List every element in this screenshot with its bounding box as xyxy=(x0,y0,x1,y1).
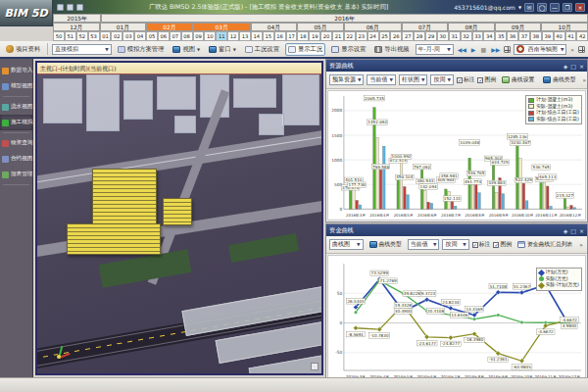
timeline-week[interactable]: 16 xyxy=(274,31,286,41)
timeline-week[interactable]: 26 xyxy=(390,31,402,41)
timeline-week[interactable]: 04 xyxy=(134,31,146,41)
timeline-week[interactable]: 06 xyxy=(158,31,170,41)
combo-按周[interactable]: 按周▼ xyxy=(430,74,453,85)
timeline-month[interactable]: 07月 xyxy=(402,23,449,31)
timeline-week[interactable]: 09 xyxy=(193,31,205,41)
glyph-button[interactable]: ■ xyxy=(479,46,487,53)
glyph-button[interactable]: ▶ xyxy=(470,46,477,53)
grid-icon[interactable] xyxy=(578,46,585,53)
timeline-week[interactable]: 30 xyxy=(437,31,449,41)
timeline-week[interactable]: 41 xyxy=(565,31,577,41)
timeline-week[interactable]: 31 xyxy=(449,31,461,41)
glyph-button[interactable]: ◀◀ xyxy=(457,46,467,53)
button-导出视频[interactable]: 导出视频 xyxy=(371,43,412,56)
timeline-week[interactable]: 24 xyxy=(368,31,379,41)
timeline-week[interactable]: 29 xyxy=(425,31,437,41)
grid-icon[interactable] xyxy=(504,46,511,53)
close-panel-icon[interactable]: × xyxy=(579,63,584,70)
glyph-button[interactable]: » xyxy=(581,76,587,83)
close-panel-icon[interactable]: × xyxy=(579,227,584,234)
timeline-month[interactable]: 02月 xyxy=(146,23,193,31)
timeline-month[interactable]: 01月 xyxy=(100,23,147,31)
timeline-month[interactable]: 10月 xyxy=(541,23,588,31)
timeline-week[interactable]: 13 xyxy=(239,31,251,41)
checkbox-标注[interactable]: ✓标注 xyxy=(457,75,475,84)
glyph-button[interactable]: » xyxy=(578,241,584,248)
button-资金曲线汇总列表[interactable]: 资金曲线汇总列表 xyxy=(514,238,575,251)
combo-西南等轴测[interactable]: 西南等轴测▼ xyxy=(514,44,566,55)
timeline-week[interactable]: 18 xyxy=(297,31,309,41)
button-显示工况[interactable]: 显示工况 xyxy=(285,43,325,56)
combo-按周[interactable]: 按周▼ xyxy=(442,239,468,250)
timeline-week[interactable]: 36 xyxy=(507,31,518,41)
sidebar-item-model[interactable]: 模型视图 xyxy=(0,78,32,94)
timeline-week[interactable]: 35 xyxy=(495,31,507,41)
timeline-month[interactable]: 05月 xyxy=(297,23,344,31)
timeline-week[interactable]: 52 xyxy=(76,31,88,41)
power-icon[interactable]: ◯ xyxy=(537,3,547,12)
button-工况设置[interactable]: 工况设置 xyxy=(242,43,282,56)
timeline-month[interactable]: 08月 xyxy=(448,23,495,31)
timeline-week[interactable]: 42 xyxy=(576,31,588,41)
timeline-month[interactable]: 04月 xyxy=(251,23,298,31)
timeline-week[interactable]: 10 xyxy=(204,31,216,41)
combo-年-月-周[interactable]: 年-月-周▼ xyxy=(416,44,454,55)
timeline-week[interactable]: 32 xyxy=(461,31,472,41)
redo-icon[interactable] xyxy=(76,4,83,11)
timeline-month[interactable]: 12月 xyxy=(53,23,100,31)
button-曲线类型[interactable]: 曲线类型 xyxy=(540,74,578,86)
viewport-corner-icon[interactable] xyxy=(311,363,318,370)
timeline-month[interactable]: 09月 xyxy=(495,23,542,31)
maximize-button[interactable]: ❐ xyxy=(563,3,572,12)
timeline-week[interactable]: 08 xyxy=(181,31,193,41)
timeline-week[interactable]: 14 xyxy=(251,31,263,41)
3d-scene[interactable] xyxy=(37,74,321,373)
sidebar-item-report[interactable]: 报表管理 xyxy=(0,167,32,182)
timeline-month[interactable]: 03月 xyxy=(193,23,251,31)
timeline-week[interactable]: 07 xyxy=(170,31,181,41)
button-视图[interactable]: 视图▼ xyxy=(170,43,203,56)
maximize-panel-icon[interactable]: □ xyxy=(570,63,576,70)
timeline-week[interactable]: 50 xyxy=(53,31,65,41)
timeline-week[interactable]: 27 xyxy=(402,31,414,41)
sidebar-item-material[interactable]: 物资查询 xyxy=(0,135,32,151)
timeline-week[interactable]: 34 xyxy=(483,31,495,41)
timeline-week[interactable]: 19 xyxy=(309,31,320,41)
glyph-button[interactable]: » xyxy=(569,46,575,53)
maximize-panel-icon[interactable]: □ xyxy=(570,227,576,234)
timeline-week[interactable]: 22 xyxy=(344,31,356,41)
button-项目资料[interactable]: 项目资料 xyxy=(3,43,43,56)
sidebar-item-simulate[interactable]: 施工模拟 xyxy=(0,115,32,130)
undo-icon[interactable] xyxy=(67,4,74,11)
button-曲线类型[interactable]: 曲线类型 xyxy=(367,238,405,251)
timeline-month[interactable]: 06月 xyxy=(344,23,402,31)
timeline-week[interactable]: 15 xyxy=(263,31,274,41)
checkbox-图例[interactable]: ✓图例 xyxy=(493,240,512,249)
pin-icon[interactable]: ◈ xyxy=(564,227,568,234)
button-显示设置[interactable]: 显示设置 xyxy=(328,43,368,56)
timeline-week[interactable]: 02 xyxy=(111,31,122,41)
timeline-week[interactable]: 51 xyxy=(65,31,76,41)
close-button[interactable]: × xyxy=(575,3,585,12)
fund-chart[interactable]: -500502016年3月2016年4月2016年5月2016年6月2016年7… xyxy=(327,255,586,382)
timeline-week[interactable]: 33 xyxy=(472,31,484,41)
timeline-week[interactable]: 05 xyxy=(146,31,158,41)
save-icon[interactable] xyxy=(57,4,64,11)
account-dropdown-icon[interactable]: ▼ xyxy=(518,5,521,10)
combo-当前值[interactable]: 当前值▼ xyxy=(367,74,395,85)
checkbox-图例[interactable]: ✓图例 xyxy=(477,75,496,84)
account-label[interactable]: 453715601@qq.com xyxy=(454,4,515,11)
timeline-week[interactable]: 25 xyxy=(379,31,391,41)
minimize-button[interactable]: — xyxy=(550,3,560,12)
sidebar-item-flow[interactable]: 流水视图 xyxy=(0,99,32,115)
button-窗口[interactable]: 窗口▼ xyxy=(206,43,239,56)
timeline-week[interactable]: 17 xyxy=(286,31,298,41)
combo-直接模拟[interactable]: 直接模拟▼ xyxy=(52,44,112,55)
timeline-week[interactable]: 01 xyxy=(100,31,112,41)
timeline-week[interactable]: 39 xyxy=(542,31,554,41)
combo-柱状图[interactable]: 柱状图▼ xyxy=(399,74,427,85)
sidebar-item-contract[interactable]: 合约视图 xyxy=(0,151,32,167)
button-模拟方案管理[interactable]: 模拟方案管理 xyxy=(115,43,168,56)
button-曲线设置[interactable]: 曲线设置 xyxy=(499,74,537,86)
combo-预算资源[interactable]: 预算资源▼ xyxy=(329,74,364,85)
